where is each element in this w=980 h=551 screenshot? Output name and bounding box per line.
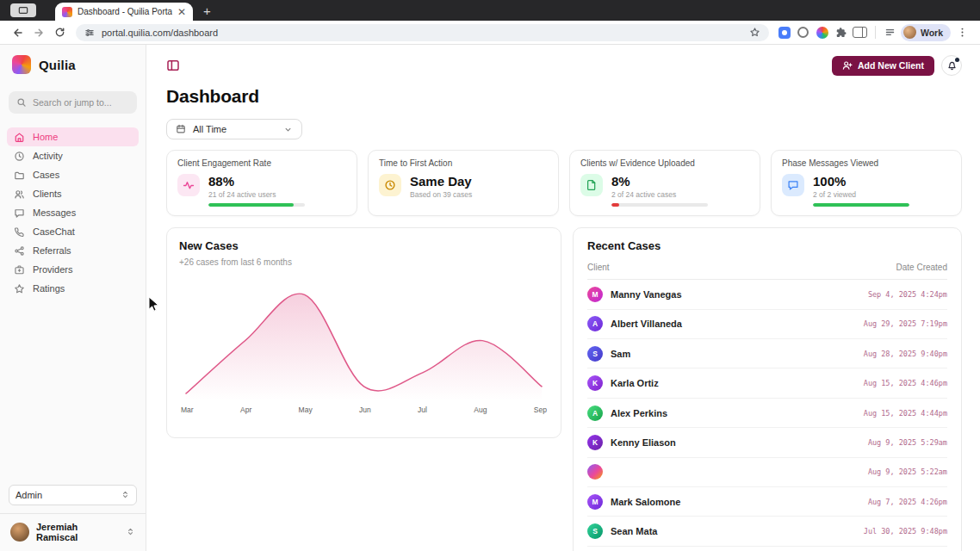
new-cases-subtitle: +26 cases from last 6 months — [179, 257, 549, 267]
sidebar-item-label: Clients — [33, 189, 62, 199]
case-row[interactable]: K Karla Ortiz Aug 15, 2025 4:46pm — [587, 368, 947, 398]
case-row[interactable]: A Albert Villaneda Aug 29, 2025 7:19pm — [587, 310, 947, 339]
new-tab-button[interactable]: + — [203, 4, 211, 17]
date-created: Aug 9, 2025 5:22am — [868, 467, 947, 476]
phone-icon — [14, 226, 25, 238]
extension-icon-color[interactable] — [814, 24, 831, 41]
sidebar-toggle-icon[interactable] — [166, 59, 180, 72]
avatar: A — [587, 316, 603, 331]
client-name: Alex Perkins — [611, 408, 856, 418]
extensions-puzzle-icon[interactable] — [833, 24, 850, 41]
sidebar-item-label: Providers — [33, 264, 72, 275]
reload-icon[interactable] — [50, 23, 69, 42]
add-new-client-button[interactable]: Add New Client — [832, 56, 934, 76]
calendar-icon — [176, 124, 186, 134]
avatar: M — [587, 287, 603, 302]
date-created: Aug 15, 2025 4:44pm — [864, 409, 947, 418]
screenshot-tool-icon[interactable] — [10, 3, 36, 17]
brand: Quilia — [0, 55, 146, 74]
browser-tab-strip: Dashboard - Quilia Portal ✕ + — [0, 0, 980, 21]
sidebar-item-referrals[interactable]: Referrals — [7, 241, 139, 260]
stat-title: Clients w/ Evidence Uploaded — [580, 158, 749, 168]
browser-profile-chip[interactable]: Work — [901, 24, 951, 41]
x-tick: Sep — [534, 406, 547, 414]
sidebar-item-label: Ratings — [33, 283, 65, 294]
notifications-button[interactable] — [941, 55, 962, 76]
sidebar-item-activity[interactable]: Activity — [7, 146, 139, 165]
sidebar-item-home[interactable]: Home — [7, 127, 139, 146]
side-panel-icon[interactable] — [852, 24, 869, 41]
date-created: Aug 7, 2025 4:26pm — [868, 498, 947, 506]
case-row[interactable]: K Kenny Eliason Aug 9, 2025 5:29am — [587, 428, 947, 457]
sidebar-item-ratings[interactable]: Ratings — [7, 279, 139, 298]
avatar — [587, 464, 603, 480]
case-row[interactable]: M Mark Salomone Aug 7, 2025 4:26pm — [587, 487, 947, 517]
back-icon[interactable] — [9, 23, 28, 42]
progress-bar — [611, 203, 708, 207]
stat-value: 88% — [208, 174, 305, 189]
case-row[interactable]: A Alex Perkins Aug 15, 2025 4:44pm — [587, 399, 947, 428]
chevrons-up-down-icon — [121, 490, 130, 501]
new-cases-chart: Mar Apr May Jun Jul Aug Sep — [179, 274, 549, 414]
sidebar-footer: Admin Jeremiah Ramiscal — [0, 485, 146, 542]
x-tick: Jul — [418, 406, 427, 414]
browser-window: Dashboard - Quilia Portal ✕ + portal.qui… — [0, 0, 980, 551]
search-input[interactable]: Search or jump to... — [9, 91, 137, 114]
stat-title: Phase Messages Viewed — [782, 158, 951, 168]
x-tick: Jun — [359, 406, 371, 414]
case-row[interactable]: S Sean Mata Jul 30, 2025 9:48pm — [587, 517, 947, 546]
recent-cases-panel: Recent Cases Client Date Created M Manny… — [573, 227, 962, 551]
avatar: K — [587, 375, 603, 391]
sidebar-nav: Home Activity Cases Clients Messages — [0, 127, 146, 298]
activity-icon — [177, 174, 200, 196]
extension-icon-blue[interactable] — [776, 24, 793, 41]
date-created: Aug 9, 2025 5:29am — [868, 438, 947, 447]
sidebar-item-label: Referrals — [33, 245, 71, 256]
brand-name: Quilia — [39, 58, 76, 72]
tab-close-icon[interactable]: ✕ — [177, 7, 186, 17]
role-select[interactable]: Admin — [9, 485, 137, 505]
profile-chip-label: Work — [921, 28, 943, 38]
user-menu[interactable]: Jeremiah Ramiscal — [0, 513, 146, 542]
recent-cases-header: Client Date Created — [587, 263, 947, 280]
sidebar-item-casechat[interactable]: CaseChat — [7, 222, 139, 241]
chevrons-up-down-icon — [126, 524, 135, 540]
case-row[interactable]: S Sam Aug 28, 2025 9:40pm — [587, 339, 947, 368]
search-icon — [16, 97, 27, 108]
forward-icon[interactable] — [29, 23, 48, 42]
sidebar-item-providers[interactable]: Providers — [7, 260, 139, 279]
sidebar-item-cases[interactable]: Cases — [7, 165, 139, 184]
stat-card-evidence: Clients w/ Evidence Uploaded 8% 2 of 24 … — [569, 150, 760, 216]
date-created: Aug 15, 2025 4:46pm — [864, 379, 947, 387]
sidebar-item-clients[interactable]: Clients — [7, 184, 139, 203]
avatar: M — [587, 494, 603, 510]
url-text: portal.quilia.com/dashboard — [102, 28, 742, 38]
browser-menu-kebab-icon[interactable] — [952, 23, 971, 42]
quilia-logo-icon — [12, 55, 31, 74]
stat-title: Time to First Action — [379, 158, 548, 168]
toolbar-separator — [875, 26, 876, 39]
sidebar-item-messages[interactable]: Messages — [7, 203, 139, 222]
avatar: S — [587, 346, 603, 362]
url-bar[interactable]: portal.quilia.com/dashboard — [76, 24, 769, 41]
column-client: Client — [587, 263, 610, 272]
date-created: Sep 4, 2025 4:24pm — [868, 290, 947, 299]
browser-tab[interactable]: Dashboard - Quilia Portal ✕ — [55, 3, 193, 21]
progress-bar — [208, 203, 305, 207]
chart-x-axis: Mar Apr May Jun Jul Aug Sep — [179, 403, 549, 414]
case-row[interactable]: Aug 9, 2025 5:22am — [587, 458, 947, 487]
bookmark-star-icon[interactable] — [749, 27, 760, 38]
stats-row: Client Engagement Rate 88% 21 of 24 acti… — [166, 150, 962, 216]
client-name: Mark Salomone — [611, 497, 860, 507]
site-settings-icon[interactable] — [84, 28, 95, 38]
chart-area-fill — [186, 294, 542, 400]
sidebar-item-label: CaseChat — [33, 226, 75, 237]
column-date-created: Date Created — [896, 263, 947, 272]
sidebar-item-label: Messages — [33, 207, 76, 218]
time-filter-select[interactable]: All Time — [166, 119, 302, 139]
chevron-down-icon — [283, 125, 293, 134]
case-row[interactable]: 3 3rd party Contractor Jul 30, 2025 8:00… — [587, 547, 947, 551]
case-row[interactable]: M Manny Vanegas Sep 4, 2025 4:24pm — [587, 280, 947, 309]
tab-list-icon[interactable] — [882, 24, 899, 41]
extension-icon-gray[interactable] — [795, 24, 812, 41]
